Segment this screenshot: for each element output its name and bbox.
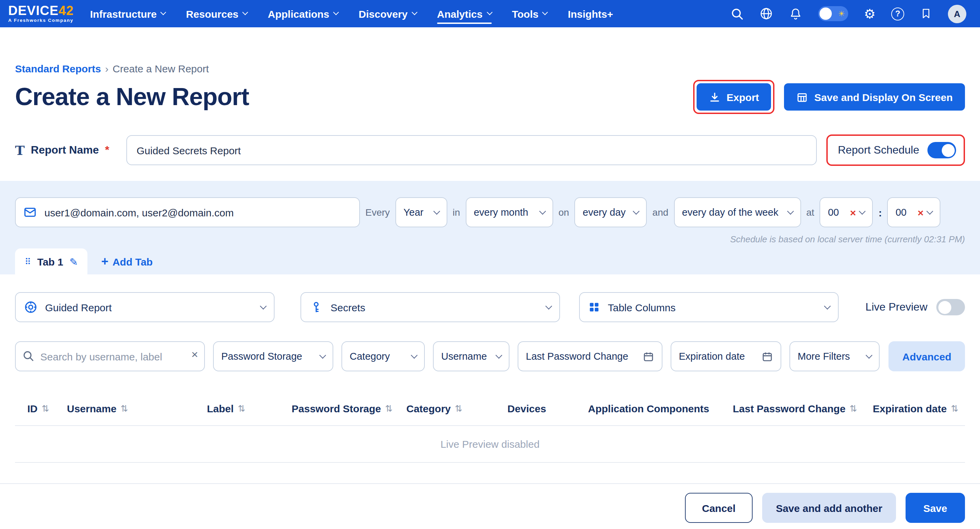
and-label: and [652, 207, 668, 218]
hour-select[interactable]: 00 × [820, 197, 873, 227]
report-type-select[interactable]: Guided Report [15, 292, 275, 322]
text-format-icon: T [15, 143, 25, 158]
report-schedule-toggle[interactable] [928, 142, 956, 158]
day-select[interactable]: every day [575, 197, 647, 227]
schedule-emails-input[interactable] [15, 197, 360, 227]
sort-icon[interactable]: ⇅ [951, 404, 958, 414]
table-header: ID ⇅ Username ⇅ Label ⇅ Password Storage… [15, 392, 965, 426]
required-asterisk: * [105, 144, 109, 156]
report-schedule-control: Report Schedule [830, 138, 962, 162]
search-icon [22, 350, 34, 362]
calendar-icon [762, 351, 773, 362]
chevron-down-icon [542, 10, 548, 15]
nav-item-tools[interactable]: Tools [512, 0, 547, 27]
guided-report-icon [24, 300, 38, 314]
category-filter[interactable]: Category [342, 341, 425, 371]
column-header-category[interactable]: Category ⇅ [406, 403, 508, 414]
live-preview-label: Live Preview [865, 301, 928, 313]
nav-item-resources[interactable]: Resources [186, 0, 247, 27]
table-columns-value: Table Columns [608, 301, 675, 313]
password-storage-filter[interactable]: Password Storage [213, 341, 333, 371]
theme-toggle[interactable]: ☀ [818, 6, 848, 21]
save-and-display-button[interactable]: Save and Display On Screen [784, 83, 965, 111]
breadcrumb-separator: › [105, 63, 108, 75]
table-icon [797, 91, 808, 103]
save-and-add-another-button[interactable]: Save and add another [762, 493, 896, 523]
schedule-row: Every Year in every month on every day a… [15, 197, 965, 227]
live-preview-toggle[interactable] [936, 299, 965, 315]
chevron-down-icon [539, 208, 546, 214]
expiration-date-filter[interactable]: Expiration date [671, 341, 781, 371]
grid-columns-icon [588, 301, 600, 313]
last-password-change-filter[interactable]: Last Password Change [518, 341, 662, 371]
report-name-input[interactable] [126, 135, 817, 165]
nav-item-applications[interactable]: Applications [268, 0, 338, 27]
save-button[interactable]: Save [905, 493, 965, 523]
username-filter[interactable]: Username [433, 341, 509, 371]
add-tab-button[interactable]: + Add Tab [101, 255, 153, 268]
footer-actions: Cancel Save and add another Save [15, 493, 965, 523]
sort-icon[interactable]: ⇅ [121, 404, 128, 414]
column-header-username[interactable]: Username ⇅ [67, 403, 207, 414]
clear-search-icon[interactable]: × [191, 348, 198, 362]
weekday-select[interactable]: every day of the week [674, 197, 801, 227]
more-filters-select[interactable]: More Filters [789, 341, 880, 371]
day-value: every day [583, 207, 626, 218]
user-avatar[interactable]: A [948, 5, 966, 23]
month-select[interactable]: every month [465, 197, 553, 227]
gear-icon[interactable]: ⚙ [864, 7, 875, 20]
tab-tab1[interactable]: ⠿ Tab 1 ✎ [15, 248, 88, 275]
column-header-last-password-change[interactable]: Last Password Change ⇅ [733, 403, 873, 414]
sort-icon[interactable]: ⇅ [385, 404, 393, 414]
object-type-select[interactable]: Secrets [301, 292, 560, 322]
nav-item-insights[interactable]: Insights+ [568, 0, 613, 27]
report-name-row: T Report Name * Report Schedule [15, 135, 965, 166]
drag-grip-icon[interactable]: ⠿ [25, 257, 31, 266]
filter-label: Category [350, 351, 390, 362]
table-empty-message: Live Preview disabled [15, 426, 965, 463]
column-label: Last Password Change [733, 403, 845, 414]
sort-icon[interactable]: ⇅ [455, 404, 462, 414]
table-columns-select[interactable]: Table Columns [579, 292, 838, 322]
column-header-label[interactable]: Label ⇅ [207, 403, 292, 414]
column-header-expiration-date[interactable]: Expiration date ⇅ [873, 403, 965, 414]
nav-item-discovery[interactable]: Discovery [358, 0, 416, 27]
main-nav: Infrastructure Resources Applications Di… [90, 0, 613, 27]
nav-item-analytics[interactable]: Analytics [437, 0, 492, 27]
sort-icon[interactable]: ⇅ [850, 404, 857, 414]
nav-item-infrastructure[interactable]: Infrastructure [90, 0, 165, 27]
sort-icon[interactable]: ⇅ [42, 404, 49, 414]
search-field-wrap: × [15, 341, 205, 371]
frequency-value: Year [404, 207, 424, 218]
clear-hour-icon[interactable]: × [850, 207, 856, 218]
column-label: Devices [508, 403, 546, 414]
column-header-password-storage[interactable]: Password Storage ⇅ [292, 403, 406, 414]
minute-select[interactable]: 00 × [888, 197, 941, 227]
globe-icon[interactable] [759, 7, 773, 21]
sort-icon[interactable]: ⇅ [238, 404, 245, 414]
breadcrumb: Standard Reports › Create a New Report [15, 63, 965, 75]
edit-tab-icon[interactable]: ✎ [69, 256, 78, 267]
chevron-down-icon [319, 351, 326, 358]
breadcrumb-link-standard-reports[interactable]: Standard Reports [15, 63, 101, 75]
device42-logo[interactable]: DEVICE42 A Freshworks Company [8, 4, 74, 23]
export-button[interactable]: Export [697, 83, 772, 111]
column-label: Label [207, 403, 234, 414]
report-name-label: T Report Name * [15, 143, 126, 158]
search-input[interactable] [15, 341, 205, 371]
on-label: on [558, 207, 569, 218]
chevron-down-icon [859, 208, 866, 214]
notifications-bell-icon[interactable] [789, 7, 802, 21]
help-icon[interactable]: ? [891, 7, 904, 20]
footer-divider [0, 483, 980, 484]
search-icon[interactable] [731, 7, 744, 20]
column-header-id[interactable]: ID ⇅ [27, 403, 67, 414]
clear-minute-icon[interactable]: × [918, 207, 924, 218]
breadcrumb-current: Create a New Report [113, 63, 209, 75]
frequency-select[interactable]: Year [395, 197, 447, 227]
cancel-button[interactable]: Cancel [685, 493, 752, 523]
bookmark-icon[interactable] [920, 8, 932, 20]
page-title: Create a New Report [15, 81, 249, 113]
advanced-button[interactable]: Advanced [889, 341, 965, 371]
nav-item-label: Tools [512, 8, 538, 19]
